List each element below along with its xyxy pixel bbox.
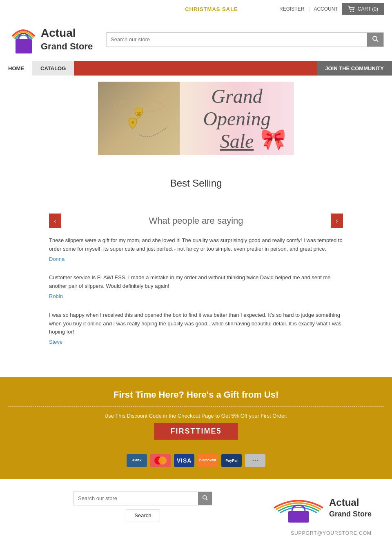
footer-search-input[interactable] <box>74 492 198 505</box>
jewelry-image <box>98 82 180 155</box>
register-link[interactable]: REGISTER <box>279 6 304 12</box>
header-search-input[interactable] <box>107 33 367 47</box>
logo-line2: Grand Store <box>41 41 93 51</box>
next-testimonial-button[interactable]: › <box>331 214 343 228</box>
svg-point-8 <box>137 113 140 116</box>
header-search-bar <box>106 32 384 47</box>
header-search-button[interactable] <box>367 33 383 47</box>
svg-point-6 <box>137 112 138 113</box>
testimonial-3-text: I was so happy when I received this and … <box>49 311 343 336</box>
other-payment-icon: ⋯ <box>245 454 265 467</box>
cart-icon <box>348 6 355 12</box>
testimonial-1-text: These slippers were a gift for my mom, a… <box>49 236 343 254</box>
header: Actual Grand Store <box>0 18 392 61</box>
testimonial-1: These slippers were a gift for my mom, a… <box>49 236 343 263</box>
footer-logo-text: Actual Grand Store <box>329 497 372 519</box>
security-section: McAfee SECURE ✓ COMODO Secure SSL 🔒 TRUS… <box>0 548 392 554</box>
testimonial-2-author: Robin <box>49 292 343 301</box>
svg-rect-14 <box>288 511 309 523</box>
cart-label: CART (0) <box>358 6 378 12</box>
nav-home[interactable]: HOME <box>0 61 32 76</box>
svg-point-7 <box>139 112 141 113</box>
cart-button[interactable]: CART (0) <box>342 3 384 15</box>
banner: Grand Opening Sale 🎀 <box>98 82 294 155</box>
top-right-links: REGISTER | ACCOUNT CART (0) <box>279 3 384 15</box>
footer-support-email[interactable]: SUPPORT@YOURSTORE.COM <box>291 530 372 536</box>
join-community-button[interactable]: JOIN THE COMMUNITY <box>317 61 392 76</box>
separator: | <box>308 6 310 12</box>
footer-search-column: Search <box>74 492 212 536</box>
discount-code[interactable]: FIRSTTIME5 <box>154 423 238 440</box>
testimonials-header: ‹ What people are saying › <box>49 214 343 228</box>
gift-section: First Time Here? Here's a Gift from Us! … <box>0 377 392 479</box>
logo-text: Actual Grand Store <box>41 27 93 52</box>
testimonials-section: ‹ What people are saying › These slipper… <box>49 205 343 365</box>
mastercard-icon <box>150 454 171 467</box>
svg-line-13 <box>206 499 208 501</box>
svg-point-1 <box>352 11 354 12</box>
logo-line1: Actual <box>41 27 76 39</box>
banner-container: Grand Opening Sale 🎀 <box>49 82 343 155</box>
search-icon <box>372 36 379 42</box>
svg-line-4 <box>376 40 378 42</box>
navigation: HOME CATALOG JOIN THE COMMUNITY <box>0 61 392 76</box>
svg-point-12 <box>203 496 207 499</box>
svg-point-0 <box>350 11 351 12</box>
logo-area[interactable]: Actual Grand Store <box>8 22 98 57</box>
gift-divider <box>8 406 384 407</box>
account-link[interactable]: ACCOUNT <box>314 6 338 12</box>
banner-text: Grand Opening Sale 🎀 <box>180 82 294 155</box>
gift-subtitle: Use This Discount Code in the Checkout P… <box>8 413 384 419</box>
visa-icon: VISA <box>174 454 194 467</box>
payment-icons: AMEX VISA DISCOVER PayPal ⋯ <box>8 454 384 467</box>
svg-rect-2 <box>16 39 32 53</box>
footer-search-box <box>74 492 212 505</box>
discover-icon: DISCOVER <box>198 454 218 467</box>
nav-catalog[interactable]: CATALOG <box>32 61 74 76</box>
footer-search-icon-button[interactable] <box>198 492 212 505</box>
testimonial-2: Customer service is FLAWLESS, I made a m… <box>49 274 343 300</box>
prev-testimonial-button[interactable]: ‹ <box>49 214 61 228</box>
footer-logo-column: Actual Grand Store SUPPORT@YOURSTORE.COM <box>212 492 384 536</box>
gift-title: First Time Here? Here's a Gift from Us! <box>8 389 384 400</box>
testimonial-3: I was so happy when I received this and … <box>49 311 343 347</box>
paypal-icon: PayPal <box>221 454 242 467</box>
logo-icon <box>8 22 39 57</box>
svg-point-9 <box>131 121 134 124</box>
svg-point-3 <box>373 36 377 40</box>
testimonial-3-author: Steve <box>49 338 343 347</box>
christmas-sale-text: CHRISTMAS SALE <box>144 6 279 12</box>
footer-area: Search Actual Grand Store SUPPORT@YOURST… <box>0 479 392 548</box>
best-selling-section: Best Selling <box>0 161 392 205</box>
testimonial-2-text: Customer service is FLAWLESS, I made a m… <box>49 274 343 291</box>
svg-point-11 <box>158 456 167 465</box>
footer-logo: Actual Grand Store <box>270 492 372 524</box>
best-selling-title: Best Selling <box>8 178 384 189</box>
footer-search-icon <box>202 495 208 501</box>
testimonial-1-author: Donna <box>49 255 343 264</box>
amex-icon: AMEX <box>127 454 147 467</box>
ribbon-decoration: 🎀 <box>261 127 286 151</box>
testimonials-title: What people are saying <box>61 216 331 226</box>
top-bar: CHRISTMAS SALE REGISTER | ACCOUNT CART (… <box>0 0 392 18</box>
footer-logo-icon <box>270 492 327 524</box>
footer-search-submit-button[interactable]: Search <box>126 510 160 521</box>
